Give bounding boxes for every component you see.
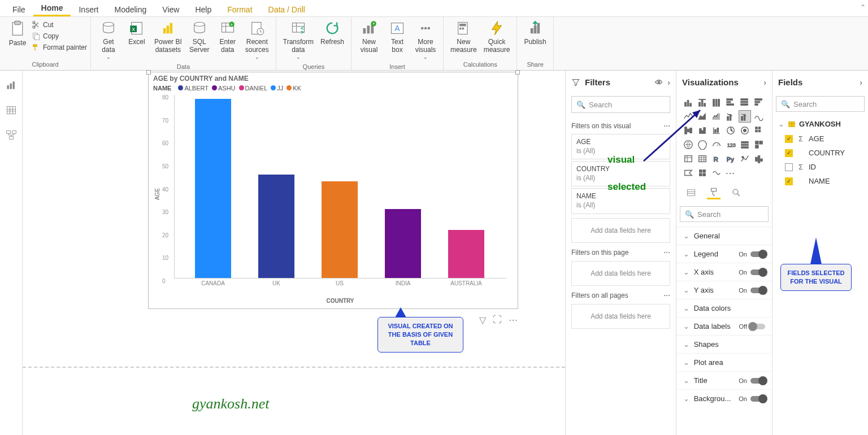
visual-more-icon[interactable]: ⋯ <box>509 315 518 325</box>
filters-add-visual[interactable]: Add data fields here <box>571 218 670 243</box>
format-section[interactable]: LegendOn <box>676 245 772 263</box>
filters-more-icon-2[interactable]: ⋯ <box>663 249 670 256</box>
viz-type-icon[interactable] <box>710 110 723 123</box>
chart-bar[interactable] <box>258 175 295 278</box>
paste-button[interactable]: Paste <box>3 18 32 50</box>
svg-text:Py: Py <box>727 156 734 163</box>
visual-focus-icon[interactable]: ⛶ <box>493 315 502 325</box>
report-canvas[interactable]: AGE by COUNTRY and NAME NAME ALBERTASHUD… <box>23 71 565 435</box>
viz-type-icon[interactable] <box>739 124 751 137</box>
tab-insert[interactable]: Insert <box>71 3 106 16</box>
field-item[interactable]: ✓COUNTRY <box>772 146 868 160</box>
format-section[interactable]: Y axisOn <box>676 281 772 299</box>
viz-type-icon[interactable] <box>753 138 765 151</box>
viz-type-icon[interactable] <box>753 124 765 137</box>
field-item[interactable]: ✓ΣAGE <box>772 132 868 146</box>
viz-type-icon[interactable]: Py <box>724 153 737 165</box>
format-section[interactable]: General <box>676 227 772 245</box>
transform-data-button[interactable]: Transform data⌄ <box>280 18 317 62</box>
viz-type-icon[interactable] <box>710 124 723 137</box>
viz-type-icon[interactable] <box>710 167 723 179</box>
viz-type-icon[interactable] <box>724 124 737 137</box>
fields-collapse-icon[interactable]: › <box>860 78 862 87</box>
format-section[interactable]: X axisOn <box>676 263 772 281</box>
fields-search[interactable]: 🔍Search <box>776 96 865 112</box>
legend-item: KK <box>287 85 301 92</box>
quick-measure-button[interactable]: Quick measure <box>480 18 514 56</box>
format-section[interactable]: Backgrou...On <box>676 389 772 407</box>
viz-type-icon[interactable]: R <box>710 153 723 165</box>
field-item[interactable]: ✓NAME <box>772 174 868 188</box>
copy-button[interactable]: Copy <box>32 32 87 41</box>
field-item[interactable]: ΣID <box>772 160 868 174</box>
viz-type-icon[interactable] <box>682 167 695 179</box>
viz-more-icon[interactable]: ··· <box>724 167 737 179</box>
format-section[interactable]: Data labelsOff <box>676 317 772 335</box>
cut-button[interactable]: Cut <box>32 20 87 29</box>
viz-type-icon[interactable] <box>710 96 723 108</box>
svg-rect-88 <box>756 145 758 148</box>
chart-bar[interactable] <box>195 99 232 278</box>
sql-server-button[interactable]: SQL Server <box>185 18 214 56</box>
viz-analytics-tab[interactable] <box>730 186 743 199</box>
pbi-datasets-button[interactable]: Power BI datasets <box>151 18 185 56</box>
chart-bar[interactable] <box>322 181 358 278</box>
svg-rect-39 <box>12 81 14 89</box>
excel-button[interactable]: XExcel <box>123 18 151 49</box>
chart-bar[interactable] <box>448 230 485 278</box>
chart-bar[interactable] <box>385 209 422 278</box>
tab-home[interactable]: Home <box>33 1 71 16</box>
viz-format-tab[interactable] <box>707 186 721 199</box>
viz-search[interactable]: 🔍Search <box>680 206 769 222</box>
viz-type-icon[interactable] <box>753 96 765 108</box>
group-share-label: Share <box>520 60 549 70</box>
svg-text:A: A <box>394 24 400 33</box>
report-view-icon[interactable] <box>6 80 17 91</box>
viz-type-icon[interactable] <box>724 110 737 123</box>
tab-data-drill[interactable]: Data / Drill <box>261 3 313 16</box>
text-box-button[interactable]: AText box <box>383 18 411 56</box>
format-painter-button[interactable]: Format painter <box>32 43 87 52</box>
tab-modeling[interactable]: Modeling <box>106 3 154 16</box>
viz-type-icon[interactable] <box>753 110 765 123</box>
tab-view[interactable]: View <box>154 3 187 16</box>
viz-type-icon[interactable] <box>696 167 709 179</box>
filters-collapse-icon[interactable]: › <box>667 78 670 87</box>
viz-type-icon[interactable] <box>724 96 737 108</box>
format-section[interactable]: TitleOn <box>676 371 772 389</box>
data-view-icon[interactable] <box>6 105 17 116</box>
more-visuals-button[interactable]: More visuals⌄ <box>411 18 440 62</box>
ribbon-collapse-caret[interactable]: ⌃ <box>860 3 866 11</box>
get-data-button[interactable]: Get data⌄ <box>94 18 123 62</box>
viz-fields-tab[interactable] <box>684 186 698 199</box>
viz-collapse-icon[interactable]: › <box>763 78 766 87</box>
chart-visual[interactable]: AGE by COUNTRY and NAME NAME ALBERTASHUD… <box>148 72 518 309</box>
format-section[interactable]: Data colors <box>676 299 772 317</box>
viz-type-icon[interactable] <box>710 138 723 151</box>
enter-data-button[interactable]: +Enter data <box>214 18 242 56</box>
tab-help[interactable]: Help <box>187 3 219 16</box>
publish-button[interactable]: Publish <box>520 18 549 49</box>
format-section[interactable]: Plot area <box>676 353 772 371</box>
recent-sources-button[interactable]: Recent sources⌄ <box>242 18 272 62</box>
viz-type-icon[interactable] <box>739 153 751 165</box>
viz-type-icon[interactable] <box>739 96 751 108</box>
model-view-icon[interactable] <box>6 129 17 141</box>
new-visual-button[interactable]: +New visual <box>355 18 383 56</box>
format-section[interactable]: Shapes <box>676 335 772 353</box>
svg-rect-34 <box>531 28 533 33</box>
viz-type-icon[interactable] <box>739 138 751 151</box>
new-measure-button[interactable]: New measure <box>447 18 480 56</box>
tab-file[interactable]: File <box>5 3 33 16</box>
visual-filter-icon[interactable]: ▽ <box>479 315 486 325</box>
tab-format[interactable]: Format <box>219 3 260 16</box>
filters-eye-icon[interactable]: 👁 <box>655 78 663 87</box>
fields-table-header[interactable]: GYANKOSH <box>772 116 868 132</box>
viz-type-icon[interactable] <box>753 153 765 165</box>
viz-type-icon[interactable]: 123 <box>724 138 737 151</box>
filters-add-all[interactable]: Add data fields here <box>571 304 670 329</box>
viz-type-icon[interactable] <box>739 110 751 123</box>
refresh-button[interactable]: Refresh <box>317 18 348 49</box>
filters-add-page[interactable]: Add data fields here <box>571 261 670 286</box>
filters-more-icon-3[interactable]: ⋯ <box>663 292 670 299</box>
